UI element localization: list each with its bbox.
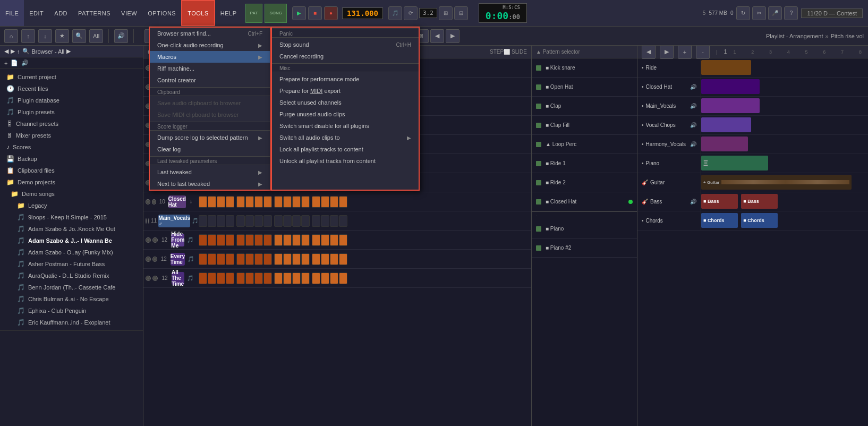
song-button[interactable]: PAT	[245, 4, 263, 23]
menu-edit[interactable]: EDIT	[24, 0, 49, 26]
pl-clip-mainvocals1[interactable]	[701, 98, 760, 113]
sidebar-recent-files[interactable]: 🕐 Recent files	[0, 83, 143, 95]
pl-track-vocal-chops[interactable]	[701, 116, 868, 134]
pl-track-closedhat-pl[interactable]	[701, 78, 868, 96]
ch-knob-pan-allthetime[interactable]	[152, 276, 158, 281]
ch-btn-allthetime[interactable]: All The Time	[172, 272, 184, 285]
macros-unused-channels[interactable]: Select unused channels	[272, 97, 419, 108]
ch-btn-everytime[interactable]: Every Time	[171, 253, 185, 266]
tools-dump-score[interactable]: Dump score log to selected pattern ▶	[150, 132, 270, 143]
sidebar-plugin-db[interactable]: 🎵 Plugin database	[0, 95, 143, 106]
macros-smart-disable[interactable]: Switch smart disable for all plugins	[272, 120, 419, 132]
play-button[interactable]: ▶	[292, 6, 306, 20]
macros-unlock-tracks[interactable]: Unlock all playlist tracks from content	[272, 155, 419, 167]
add-btn[interactable]: +	[4, 60, 7, 66]
tb2-up[interactable]: ↑	[21, 29, 35, 43]
macros-cancel-recording[interactable]: Cancel recording	[272, 50, 419, 62]
macros-lock-tracks[interactable]: Lock all playlist tracks to content	[272, 143, 419, 155]
menu-tools[interactable]: TOOLS	[181, 0, 215, 26]
tools-last-tweaked[interactable]: Last tweaked ▶	[150, 166, 270, 178]
ch-knob-pan-hidefromme[interactable]	[152, 237, 158, 243]
stop-button[interactable]: ■	[308, 6, 322, 20]
doc-btn[interactable]: 📄	[11, 59, 18, 66]
menu-view[interactable]: VIEW	[116, 0, 142, 26]
ch-knob-pan-closedhat[interactable]	[152, 199, 157, 205]
macros-stop-sound[interactable]: Stop sound Ctrl+H	[272, 39, 419, 50]
ch-knob-pan-everytime[interactable]	[152, 257, 158, 262]
pl-track-bass[interactable]: ■ Bass ■ Bass	[701, 192, 868, 211]
pl-clip-vocalchops1[interactable]	[701, 117, 751, 132]
sidebar-demo-projects[interactable]: 📁 Demo projects	[0, 176, 143, 188]
tools-next-tweaked[interactable]: Next to last tweaked ▶	[150, 178, 270, 190]
sidebar-mixer-presets[interactable]: 🎚 Mixer presets	[0, 130, 143, 141]
quant-btn[interactable]: ⊟	[454, 6, 468, 20]
pl-clip-chords1[interactable]: ■ Chords	[701, 213, 738, 228]
sidebar-track7[interactable]: 🎵 Benn Jordan (Th..- Cassette Cafe	[0, 282, 143, 293]
cycle-icon[interactable]: ↻	[736, 6, 750, 20]
sidebar-demo-songs[interactable]: 📁 Demo songs	[0, 188, 143, 200]
pl-clip-piano1[interactable]: Ξ	[701, 156, 768, 171]
q-icon[interactable]: ?	[784, 6, 798, 20]
tb2-edit10[interactable]: ▶	[446, 29, 459, 43]
macros-switch-clips[interactable]: Switch all audio clips to ▶	[272, 132, 419, 143]
pl-clip-ride1[interactable]	[701, 60, 751, 75]
tb2-search[interactable]: 🔍	[72, 29, 86, 43]
tools-oneclick-audio[interactable]: One-click audio recording ▶	[150, 39, 270, 51]
tb2-edit9[interactable]: ◀	[430, 29, 444, 43]
pl-clip-bass1[interactable]: ■ Bass	[701, 194, 738, 209]
pl-track-guitar[interactable]: + Guitar	[701, 173, 868, 192]
ch-btn-hidefromme[interactable]: Hide From Me	[171, 234, 184, 246]
pl-zoom-out[interactable]: -	[696, 46, 710, 59]
sidebar-track10[interactable]: 🎵 Eric Kauffmann..ind - Exoplanet	[0, 317, 143, 328]
sidebar-track8[interactable]: 🎵 Chris Bulman &.ai - No Escape	[0, 293, 143, 305]
menu-file[interactable]: FILE	[0, 0, 24, 26]
tb2-down[interactable]: ↓	[38, 29, 52, 43]
menu-options[interactable]: OPTIONS	[142, 0, 181, 26]
tb2-vol-icon[interactable]: 🔊	[114, 29, 128, 43]
macros-performance-mode[interactable]: Prepare for performance mode	[272, 73, 419, 85]
ch-btn-closedhat[interactable]: Closed Hat	[168, 195, 186, 208]
tb2-fav[interactable]: ★	[55, 29, 69, 43]
sidebar-track2[interactable]: 🎵 Adam Szabo & Jo..Knock Me Out	[0, 223, 143, 235]
ch-knob-vol-mainvocals[interactable]	[146, 218, 147, 224]
sidebar-scores[interactable]: ♪ Scores	[0, 141, 143, 153]
ch-knob-vol-hidefromme[interactable]	[146, 237, 151, 243]
tools-clear-log[interactable]: Clear log	[150, 143, 270, 155]
sidebar-track9[interactable]: 🎵 Ephixa - Club Penguin	[0, 305, 143, 317]
pl-clip-harmonyvocals1[interactable]	[701, 137, 748, 151]
pl-zoom-in[interactable]: +	[678, 46, 692, 59]
pl-track-main-vocals[interactable]	[701, 97, 868, 115]
menu-patterns[interactable]: PATTERNS	[73, 0, 116, 26]
vol-btn[interactable]: 🔊	[21, 59, 29, 66]
pl-clip-chords2[interactable]: ■ Chords	[741, 213, 778, 228]
sidebar-legacy[interactable]: 📁 Legacy	[0, 200, 143, 211]
menu-help[interactable]: HELP	[215, 0, 242, 26]
snap-btn[interactable]: ⊞	[439, 6, 453, 20]
sidebar-channel-presets[interactable]: 🎛 Channel presets	[0, 118, 143, 130]
pl-track-chords[interactable]: ■ Chords ■ Chords	[701, 211, 868, 230]
macros-midi-export[interactable]: Prepare for MIDI export	[272, 85, 419, 97]
loop-btn[interactable]: ⟳	[404, 6, 418, 20]
tools-browser-find[interactable]: Browser smart find... Ctrl+F	[150, 28, 270, 39]
ch-knob-vol-closedhat[interactable]	[146, 199, 150, 205]
sidebar-track6[interactable]: 🎵 AuraQualic - D..L Studio Remix	[0, 270, 143, 282]
pl-track-harmony-vocals[interactable]	[701, 135, 868, 154]
pl-clip-bass2[interactable]: ■ Bass	[741, 194, 778, 209]
pl-clip-closedhat1[interactable]	[701, 79, 760, 94]
tb2-home[interactable]: ⌂	[4, 29, 18, 43]
ch-knob-vol-allthetime[interactable]	[146, 276, 151, 281]
tb2-browser[interactable]: All	[89, 29, 103, 43]
ch-knob-vol-everytime[interactable]	[146, 257, 151, 262]
sidebar-track5[interactable]: 🎵 Asher Postman - Future Bass	[0, 258, 143, 270]
sidebar-track1[interactable]: 🎵 9loops - Keep It Simple - 2015	[0, 211, 143, 223]
sidebar-plugin-presets[interactable]: 🎵 Plugin presets	[0, 106, 143, 118]
mic-icon[interactable]: 🎤	[768, 6, 782, 20]
pl-clip-guitar1[interactable]: + Guitar	[701, 175, 852, 190]
macros-purge-clips[interactable]: Purge unused audio clips	[272, 108, 419, 120]
metro-btn[interactable]: 🎵	[388, 6, 402, 20]
sidebar-current-project[interactable]: 📁 Current project	[0, 71, 143, 83]
pl-track-piano-pl[interactable]: Ξ	[701, 154, 868, 173]
sidebar-track4[interactable]: 🎵 Adam Szabo - O..ay (Funky Mix)	[0, 246, 143, 258]
tools-macros[interactable]: Macros ▶	[150, 51, 270, 63]
pl-nav-prev[interactable]: ◀	[642, 46, 656, 59]
